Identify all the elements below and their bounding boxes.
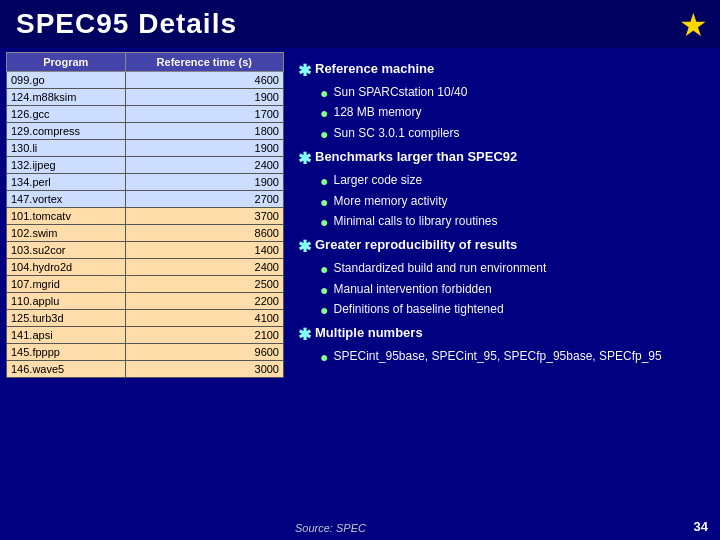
page-title: SPEC95 Details [16, 8, 237, 40]
program-cell: 102.swim [7, 225, 126, 242]
page-number: 34 [694, 519, 708, 534]
main-bullet-1: ✱Benchmarks larger than SPEC92 [298, 148, 710, 170]
time-cell: 2500 [125, 276, 283, 293]
table-row: 110.applu2200 [7, 293, 284, 310]
sub-list: ●Sun SPARCstation 10/40●128 MB memory●Su… [320, 84, 710, 144]
program-cell: 107.mgrid [7, 276, 126, 293]
table-row: 102.swim8600 [7, 225, 284, 242]
sub-list: ●SPECint_95base, SPECint_95, SPECfp_95ba… [320, 348, 710, 367]
star-icon: ★ [679, 6, 708, 44]
table-row: 104.hydro2d2400 [7, 259, 284, 276]
time-cell: 4100 [125, 310, 283, 327]
time-cell: 1900 [125, 89, 283, 106]
main-bullet-3: ✱Multiple numbers [298, 324, 710, 346]
bullet-text: 128 MB memory [333, 104, 421, 121]
program-cell: 145.fpppp [7, 344, 126, 361]
time-cell: 3700 [125, 208, 283, 225]
table-row: 129.compress1800 [7, 123, 284, 140]
time-cell: 1900 [125, 140, 283, 157]
table-row: 126.gcc1700 [7, 106, 284, 123]
bullet-text: Definitions of baseline tightened [333, 301, 503, 318]
table-row: 099.go4600 [7, 72, 284, 89]
bullet-text: Manual intervention forbidden [333, 281, 491, 298]
table-row: 147.vortex2700 [7, 191, 284, 208]
table-row: 103.su2cor1400 [7, 242, 284, 259]
sub-bullet: ●Larger code size [320, 172, 710, 191]
section-heading: Benchmarks larger than SPEC92 [315, 148, 517, 167]
program-cell: 125.turb3d [7, 310, 126, 327]
sub-bullet: ●Sun SC 3.0.1 compilers [320, 125, 710, 144]
bullet-text: SPECint_95base, SPECint_95, SPECfp_95bas… [333, 348, 661, 365]
time-cell: 1400 [125, 242, 283, 259]
program-cell: 147.vortex [7, 191, 126, 208]
sub-bullet: ●Definitions of baseline tightened [320, 301, 710, 320]
sub-bullet: ●Minimal calls to library routines [320, 213, 710, 232]
program-cell: 129.compress [7, 123, 126, 140]
sub-bullet: ●Standardized build and run environment [320, 260, 710, 279]
time-cell: 2100 [125, 327, 283, 344]
table-row: 141.apsi2100 [7, 327, 284, 344]
sub-bullet: ●Manual intervention forbidden [320, 281, 710, 300]
col-program: Program [7, 53, 126, 72]
bullet-dot: ● [320, 259, 328, 279]
table-row: 130.li1900 [7, 140, 284, 157]
time-cell: 2400 [125, 157, 283, 174]
program-cell: 132.ijpeg [7, 157, 126, 174]
table-row: 125.turb3d4100 [7, 310, 284, 327]
bullet-dot: ● [320, 192, 328, 212]
bullet-text: Standardized build and run environment [333, 260, 546, 277]
time-cell: 2400 [125, 259, 283, 276]
main-bullet-2: ✱Greater reproducibility of results [298, 236, 710, 258]
time-cell: 3000 [125, 361, 283, 378]
program-cell: 146.wave5 [7, 361, 126, 378]
bullet-dot: ● [320, 212, 328, 232]
bullet-icon: ✱ [298, 147, 311, 170]
section-heading: Multiple numbers [315, 324, 423, 343]
bullet-icon: ✱ [298, 59, 311, 82]
bullet-text: Sun SC 3.0.1 compilers [333, 125, 459, 142]
bullet-dot: ● [320, 171, 328, 191]
program-cell: 130.li [7, 140, 126, 157]
time-cell: 2700 [125, 191, 283, 208]
table-row: 132.ijpeg2400 [7, 157, 284, 174]
table-row: 145.fpppp9600 [7, 344, 284, 361]
program-cell: 104.hydro2d [7, 259, 126, 276]
bullet-dot: ● [320, 83, 328, 103]
sub-bullet: ●SPECint_95base, SPECint_95, SPECfp_95ba… [320, 348, 710, 367]
bullet-text: More memory activity [333, 193, 447, 210]
time-cell: 9600 [125, 344, 283, 361]
bullet-dot: ● [320, 347, 328, 367]
bullet-icon: ✱ [298, 235, 311, 258]
bullet-dot: ● [320, 103, 328, 123]
program-cell: 134.perl [7, 174, 126, 191]
table-row: 124.m88ksim1900 [7, 89, 284, 106]
sub-bullet: ●Sun SPARCstation 10/40 [320, 84, 710, 103]
source-text: Source: SPEC [295, 522, 366, 534]
bullet-icon: ✱ [298, 323, 311, 346]
program-cell: 099.go [7, 72, 126, 89]
sub-bullet: ●128 MB memory [320, 104, 710, 123]
bullet-text: Larger code size [333, 172, 422, 189]
col-ref-time: Reference time (s) [125, 53, 283, 72]
table-section: Program Reference time (s) 099.go4600124… [0, 48, 290, 536]
time-cell: 4600 [125, 72, 283, 89]
time-cell: 2200 [125, 293, 283, 310]
section-heading: Greater reproducibility of results [315, 236, 517, 255]
sub-bullet: ●More memory activity [320, 193, 710, 212]
time-cell: 1900 [125, 174, 283, 191]
program-cell: 103.su2cor [7, 242, 126, 259]
program-cell: 110.applu [7, 293, 126, 310]
program-cell: 141.apsi [7, 327, 126, 344]
bullet-dot: ● [320, 300, 328, 320]
table-row: 134.perl1900 [7, 174, 284, 191]
time-cell: 1700 [125, 106, 283, 123]
slide: SPEC95 Details ★ Program Reference time … [0, 0, 720, 540]
bullet-dot: ● [320, 124, 328, 144]
program-cell: 101.tomcatv [7, 208, 126, 225]
bullet-dot: ● [320, 280, 328, 300]
table-row: 107.mgrid2500 [7, 276, 284, 293]
bullet-text: Minimal calls to library routines [333, 213, 497, 230]
sub-list: ●Standardized build and run environment●… [320, 260, 710, 320]
time-cell: 8600 [125, 225, 283, 242]
content-area: Program Reference time (s) 099.go4600124… [0, 48, 720, 536]
